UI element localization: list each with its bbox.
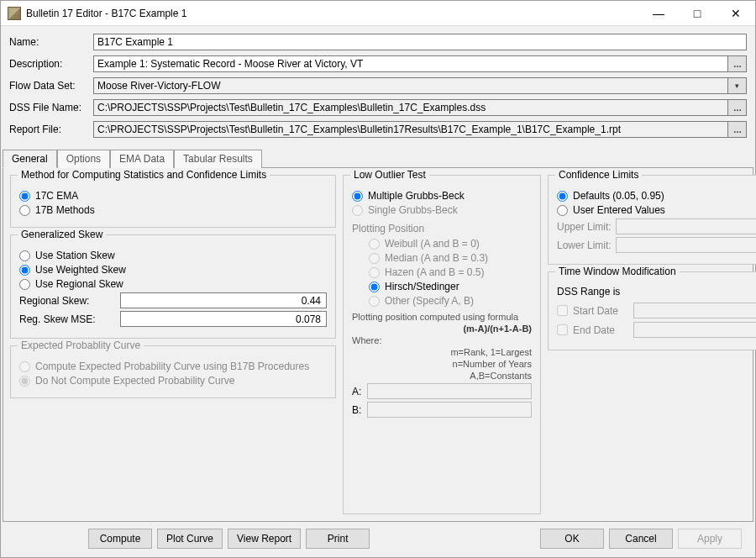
ok-button[interactable]: OK — [540, 529, 604, 549]
tab-ema-data[interactable]: EMA Data — [110, 150, 174, 168]
radio-17b-input[interactable] — [19, 205, 30, 216]
description-input[interactable] — [93, 55, 728, 72]
radio-conf-user[interactable]: User Entered Values — [557, 204, 756, 216]
description-browse-button[interactable]: … — [728, 55, 747, 72]
plot-curve-button[interactable]: Plot Curve — [157, 529, 223, 549]
radio-conf-defaults-input[interactable] — [557, 191, 568, 202]
radio-station-skew[interactable]: Use Station Skew — [19, 250, 327, 261]
tab-page-general: Method for Computing Statistics and Conf… — [3, 167, 753, 522]
radio-median-label: Median (A and B = 0.3) — [385, 252, 488, 264]
radio-17b-label: 17B Methods — [35, 204, 95, 216]
chevron-down-icon: ▾ — [735, 82, 739, 90]
confidence-limits-group: Confidence Limits Defaults (0.05, 0.95) … — [548, 175, 756, 265]
radio-single-grubbs: Single Grubbs-Beck — [352, 204, 532, 216]
reportfile-input[interactable] — [93, 121, 728, 138]
ellipsis-icon: … — [733, 103, 741, 113]
radio-station-skew-label: Use Station Skew — [35, 250, 115, 261]
print-button[interactable]: Print — [306, 529, 370, 549]
radio-multi-grubbs[interactable]: Multiple Grubbs-Beck — [352, 190, 532, 202]
flowdata-label: Flow Data Set: — [9, 80, 93, 92]
radio-hirsch-input[interactable] — [369, 282, 380, 292]
lower-limit-input — [616, 237, 756, 253]
note-m: m=Rank, 1=Largest — [352, 347, 532, 357]
reg-skew-mse-input[interactable] — [120, 311, 327, 327]
name-label: Name: — [9, 36, 93, 48]
radio-conf-defaults-label: Defaults (0.05, 0.95) — [573, 190, 664, 202]
ellipsis-icon: … — [733, 60, 741, 69]
radio-other-plot-label: Other (Specify A, B) — [385, 295, 474, 307]
close-button[interactable]: ✕ — [717, 1, 755, 26]
name-input[interactable] — [93, 34, 747, 50]
start-date-checkbox — [557, 305, 568, 316]
start-date-input — [633, 303, 756, 318]
expected-prob-group: Expected Probablity Curve Compute Expect… — [10, 345, 336, 398]
b-input — [367, 402, 532, 418]
radio-weighted-skew-input[interactable] — [19, 265, 30, 276]
radio-single-grubbs-label: Single Grubbs-Beck — [368, 204, 458, 216]
radio-conf-defaults[interactable]: Defaults (0.05, 0.95) — [557, 190, 756, 202]
radio-17c-ema-input[interactable] — [19, 191, 30, 202]
radio-17c-ema-label: 17C EMA — [35, 190, 78, 202]
skew-group: Generalized Skew Use Station Skew Use We… — [10, 234, 336, 339]
dssfile-input[interactable] — [93, 99, 728, 116]
plotting-position-head: Plotting Position — [352, 223, 532, 234]
regional-skew-label: Regional Skew: — [19, 295, 120, 307]
radio-17c-ema[interactable]: 17C EMA — [19, 190, 327, 202]
radio-multi-grubbs-label: Multiple Grubbs-Beck — [368, 190, 465, 202]
radio-hazen: Hazen (A and B = 0.5) — [369, 266, 532, 278]
tab-bar: General Options EMA Data Tabular Results — [1, 149, 755, 167]
radio-conf-user-input[interactable] — [557, 205, 568, 216]
radio-weighted-skew-label: Use Weighted Skew — [35, 264, 126, 276]
tab-tabular-results[interactable]: Tabular Results — [174, 150, 262, 168]
time-window-group: Time Window Modification DSS Range is St… — [548, 271, 756, 350]
apply-button: Apply — [678, 529, 742, 549]
radio-median-input — [369, 253, 380, 264]
radio-weibull-label: Weibull (A and B = 0) — [385, 238, 480, 250]
radio-conf-user-label: User Entered Values — [573, 204, 665, 216]
formula-text-2: (m-A)/(n+1-A-B) — [352, 324, 532, 334]
method-legend: Method for Computing Statistics and Conf… — [18, 169, 270, 181]
minimize-button[interactable]: — — [639, 1, 678, 26]
view-report-button[interactable]: View Report — [228, 529, 301, 549]
radio-17b[interactable]: 17B Methods — [19, 204, 327, 216]
radio-compute-exp: Compute Expected Probability Curve using… — [19, 361, 327, 372]
note-ab: A,B=Constants — [352, 371, 532, 381]
flowdata-combo[interactable] — [93, 77, 728, 94]
method-group: Method for Computing Statistics and Conf… — [10, 175, 336, 228]
radio-hirsch[interactable]: Hirsch/Stedinger — [369, 281, 532, 292]
tab-options[interactable]: Options — [57, 150, 110, 168]
cancel-button[interactable]: Cancel — [609, 529, 673, 549]
radio-regional-skew[interactable]: Use Regional Skew — [19, 278, 327, 290]
end-date-row: End Date — [557, 322, 756, 338]
tab-general[interactable]: General — [3, 150, 57, 168]
regional-skew-input[interactable] — [120, 292, 327, 308]
reportfile-browse-button[interactable]: … — [728, 121, 747, 138]
radio-median: Median (A and B = 0.3) — [369, 252, 532, 264]
maximize-button[interactable]: □ — [678, 1, 717, 26]
ellipsis-icon: … — [733, 125, 741, 134]
end-date-label: End Date — [573, 324, 623, 336]
flowdata-dropdown-button[interactable]: ▾ — [728, 77, 747, 94]
a-label: A: — [352, 386, 362, 397]
reportfile-label: Report File: — [9, 124, 93, 135]
low-outlier-legend: Low Outlier Test — [350, 169, 429, 181]
dssfile-browse-button[interactable]: … — [728, 99, 747, 116]
lower-limit-label: Lower Limit: — [557, 240, 616, 251]
radio-regional-skew-label: Use Regional Skew — [35, 278, 123, 290]
radio-station-skew-input[interactable] — [19, 250, 30, 261]
radio-hirsch-label: Hirsch/Stedinger — [385, 281, 459, 292]
window-title: Bulletin 17 Editor - B17C Example 1 — [26, 8, 639, 19]
radio-multi-grubbs-input[interactable] — [352, 191, 363, 202]
expected-prob-legend: Expected Probablity Curve — [18, 340, 144, 351]
radio-single-grubbs-input — [352, 205, 363, 216]
radio-weighted-skew[interactable]: Use Weighted Skew — [19, 264, 327, 276]
a-input — [367, 383, 532, 399]
radio-regional-skew-input[interactable] — [19, 279, 30, 290]
start-date-row: Start Date — [557, 303, 756, 318]
upper-limit-label: Upper Limit: — [557, 221, 616, 233]
titlebar: Bulletin 17 Editor - B17C Example 1 — □ … — [1, 1, 755, 26]
compute-button[interactable]: Compute — [88, 529, 152, 549]
radio-dont-compute-exp-label: Do Not Compute Expected Probability Curv… — [35, 375, 234, 387]
radio-compute-exp-input — [19, 361, 30, 372]
dssfile-label: DSS File Name: — [9, 102, 93, 113]
